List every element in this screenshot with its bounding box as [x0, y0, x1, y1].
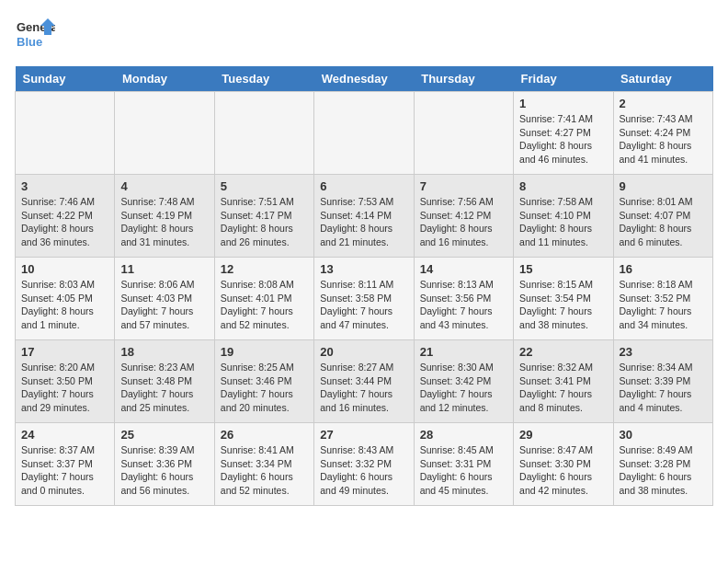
calendar-cell: 10Sunrise: 8:03 AM Sunset: 4:05 PM Dayli…: [16, 258, 115, 340]
calendar-cell: [16, 92, 115, 175]
calendar-cell: [414, 92, 513, 175]
day-info: Sunrise: 8:43 AM Sunset: 3:32 PM Dayligh…: [320, 443, 407, 498]
day-info: Sunrise: 8:27 AM Sunset: 3:44 PM Dayligh…: [320, 361, 407, 415]
day-info: Sunrise: 8:49 AM Sunset: 3:28 PM Dayligh…: [620, 443, 707, 498]
calendar-cell: 18Sunrise: 8:23 AM Sunset: 3:48 PM Dayli…: [115, 340, 214, 423]
calendar-cell: 30Sunrise: 8:49 AM Sunset: 3:28 PM Dayli…: [613, 423, 712, 506]
calendar-cell: 11Sunrise: 8:06 AM Sunset: 4:03 PM Dayli…: [115, 258, 214, 340]
day-info: Sunrise: 8:45 AM Sunset: 3:31 PM Dayligh…: [420, 443, 507, 498]
calendar-cell: 3Sunrise: 7:46 AM Sunset: 4:22 PM Daylig…: [16, 175, 115, 258]
weekday-wednesday: Wednesday: [314, 66, 414, 92]
day-number: 26: [221, 428, 308, 442]
calendar-cell: 23Sunrise: 8:34 AM Sunset: 3:39 PM Dayli…: [613, 340, 712, 423]
calendar-cell: 25Sunrise: 8:39 AM Sunset: 3:36 PM Dayli…: [115, 423, 214, 506]
calendar-cell: 5Sunrise: 7:51 AM Sunset: 4:17 PM Daylig…: [214, 175, 313, 258]
day-info: Sunrise: 7:58 AM Sunset: 4:10 PM Dayligh…: [519, 195, 607, 249]
week-row-3: 10Sunrise: 8:03 AM Sunset: 4:05 PM Dayli…: [16, 258, 713, 340]
day-info: Sunrise: 8:03 AM Sunset: 4:05 PM Dayligh…: [21, 278, 108, 332]
calendar-cell: 4Sunrise: 7:48 AM Sunset: 4:19 PM Daylig…: [115, 175, 214, 258]
day-info: Sunrise: 8:37 AM Sunset: 3:37 PM Dayligh…: [21, 443, 108, 498]
calendar-cell: 24Sunrise: 8:37 AM Sunset: 3:37 PM Dayli…: [16, 423, 115, 506]
day-info: Sunrise: 7:51 AM Sunset: 4:17 PM Dayligh…: [221, 195, 308, 249]
day-info: Sunrise: 8:32 AM Sunset: 3:41 PM Dayligh…: [519, 361, 607, 415]
day-number: 4: [120, 179, 208, 193]
calendar-cell: 8Sunrise: 7:58 AM Sunset: 4:10 PM Daylig…: [514, 175, 613, 258]
day-number: 8: [519, 179, 607, 193]
calendar-cell: 9Sunrise: 8:01 AM Sunset: 4:07 PM Daylig…: [613, 175, 712, 258]
calendar-cell: 20Sunrise: 8:27 AM Sunset: 3:44 PM Dayli…: [314, 340, 414, 423]
day-number: 21: [420, 345, 507, 359]
week-row-4: 17Sunrise: 8:20 AM Sunset: 3:50 PM Dayli…: [16, 340, 713, 423]
day-number: 2: [620, 97, 707, 110]
svg-text:Blue: Blue: [17, 35, 42, 49]
day-info: Sunrise: 8:23 AM Sunset: 3:48 PM Dayligh…: [120, 361, 208, 415]
day-number: 16: [620, 262, 707, 276]
day-number: 12: [221, 262, 308, 276]
calendar-cell: 6Sunrise: 7:53 AM Sunset: 4:14 PM Daylig…: [314, 175, 414, 258]
day-info: Sunrise: 8:11 AM Sunset: 3:58 PM Dayligh…: [320, 278, 407, 332]
week-row-2: 3Sunrise: 7:46 AM Sunset: 4:22 PM Daylig…: [16, 175, 713, 258]
day-number: 1: [519, 97, 607, 110]
day-info: Sunrise: 8:01 AM Sunset: 4:07 PM Dayligh…: [620, 195, 707, 249]
day-number: 29: [519, 428, 607, 442]
day-number: 25: [120, 428, 208, 442]
calendar-cell: 28Sunrise: 8:45 AM Sunset: 3:31 PM Dayli…: [414, 423, 513, 506]
header: General Blue: [15, 15, 713, 55]
weekday-friday: Friday: [514, 66, 613, 92]
day-number: 6: [320, 179, 407, 193]
day-info: Sunrise: 7:53 AM Sunset: 4:14 PM Dayligh…: [320, 195, 407, 249]
calendar-cell: 16Sunrise: 8:18 AM Sunset: 3:52 PM Dayli…: [613, 258, 712, 340]
calendar-cell: [214, 92, 313, 175]
day-number: 20: [320, 345, 407, 359]
day-info: Sunrise: 8:39 AM Sunset: 3:36 PM Dayligh…: [120, 443, 208, 498]
day-info: Sunrise: 8:13 AM Sunset: 3:56 PM Dayligh…: [420, 278, 507, 332]
day-info: Sunrise: 8:18 AM Sunset: 3:52 PM Dayligh…: [620, 278, 707, 332]
day-number: 13: [320, 262, 407, 276]
calendar-cell: [115, 92, 214, 175]
day-number: 15: [519, 262, 607, 276]
day-number: 10: [21, 262, 108, 276]
day-number: 23: [620, 345, 707, 359]
calendar-cell: 17Sunrise: 8:20 AM Sunset: 3:50 PM Dayli…: [16, 340, 115, 423]
weekday-monday: Monday: [115, 66, 214, 92]
logo: General Blue: [15, 15, 55, 55]
weekday-tuesday: Tuesday: [214, 66, 313, 92]
day-info: Sunrise: 8:34 AM Sunset: 3:39 PM Dayligh…: [620, 361, 707, 415]
calendar-cell: 13Sunrise: 8:11 AM Sunset: 3:58 PM Dayli…: [314, 258, 414, 340]
weekday-header-row: SundayMondayTuesdayWednesdayThursdayFrid…: [16, 66, 713, 92]
day-info: Sunrise: 7:56 AM Sunset: 4:12 PM Dayligh…: [420, 195, 507, 249]
calendar-cell: [314, 92, 414, 175]
day-number: 3: [21, 179, 108, 193]
day-info: Sunrise: 8:15 AM Sunset: 3:54 PM Dayligh…: [519, 278, 607, 332]
day-info: Sunrise: 8:20 AM Sunset: 3:50 PM Dayligh…: [21, 361, 108, 415]
calendar-cell: 7Sunrise: 7:56 AM Sunset: 4:12 PM Daylig…: [414, 175, 513, 258]
calendar-cell: 27Sunrise: 8:43 AM Sunset: 3:32 PM Dayli…: [314, 423, 414, 506]
weekday-saturday: Saturday: [613, 66, 712, 92]
calendar-cell: 22Sunrise: 8:32 AM Sunset: 3:41 PM Dayli…: [514, 340, 613, 423]
day-number: 27: [320, 428, 407, 442]
calendar-cell: 26Sunrise: 8:41 AM Sunset: 3:34 PM Dayli…: [214, 423, 313, 506]
day-number: 19: [221, 345, 308, 359]
calendar-cell: 29Sunrise: 8:47 AM Sunset: 3:30 PM Dayli…: [514, 423, 613, 506]
day-info: Sunrise: 7:48 AM Sunset: 4:19 PM Dayligh…: [120, 195, 208, 249]
logo-svg: General Blue: [15, 15, 55, 55]
day-number: 5: [221, 179, 308, 193]
calendar-cell: 21Sunrise: 8:30 AM Sunset: 3:42 PM Dayli…: [414, 340, 513, 423]
day-info: Sunrise: 8:25 AM Sunset: 3:46 PM Dayligh…: [221, 361, 308, 415]
day-number: 22: [519, 345, 607, 359]
calendar-cell: 19Sunrise: 8:25 AM Sunset: 3:46 PM Dayli…: [214, 340, 313, 423]
weekday-thursday: Thursday: [414, 66, 513, 92]
day-number: 17: [21, 345, 108, 359]
day-info: Sunrise: 8:08 AM Sunset: 4:01 PM Dayligh…: [221, 278, 308, 332]
calendar-cell: 2Sunrise: 7:43 AM Sunset: 4:24 PM Daylig…: [613, 92, 712, 175]
calendar-cell: 15Sunrise: 8:15 AM Sunset: 3:54 PM Dayli…: [514, 258, 613, 340]
day-info: Sunrise: 7:46 AM Sunset: 4:22 PM Dayligh…: [21, 195, 108, 249]
week-row-1: 1Sunrise: 7:41 AM Sunset: 4:27 PM Daylig…: [16, 92, 713, 175]
day-info: Sunrise: 7:41 AM Sunset: 4:27 PM Dayligh…: [519, 112, 607, 167]
day-number: 9: [620, 179, 707, 193]
calendar-table: SundayMondayTuesdayWednesdayThursdayFrid…: [15, 66, 713, 506]
day-info: Sunrise: 7:43 AM Sunset: 4:24 PM Dayligh…: [620, 112, 707, 167]
calendar-cell: 1Sunrise: 7:41 AM Sunset: 4:27 PM Daylig…: [514, 92, 613, 175]
day-info: Sunrise: 8:30 AM Sunset: 3:42 PM Dayligh…: [420, 361, 507, 415]
calendar-cell: 14Sunrise: 8:13 AM Sunset: 3:56 PM Dayli…: [414, 258, 513, 340]
